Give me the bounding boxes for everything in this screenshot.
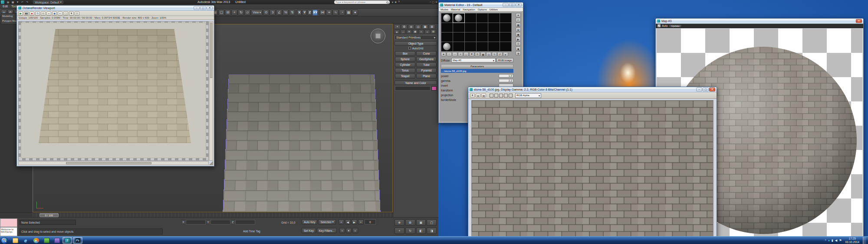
assign-material-icon[interactable]: → — [452, 52, 457, 56]
object-color-swatch[interactable] — [431, 86, 437, 91]
redo-icon[interactable]: ↷ — [25, 0, 29, 4]
field-of-view-icon[interactable]: ◧ — [416, 228, 426, 234]
curve-editor-icon[interactable]: ∿ — [332, 10, 339, 16]
axis-y-button[interactable]: Y — [302, 10, 307, 16]
taskbar-green-app-icon[interactable] — [42, 237, 51, 244]
prev-key-icon[interactable]: « — [339, 228, 345, 233]
network-icon[interactable]: ▮ — [832, 237, 833, 244]
action-center-icon[interactable]: ⚑ — [839, 237, 842, 244]
maxscript-mini-listener-pink[interactable] — [0, 218, 17, 227]
taskbar-media-player-icon[interactable]: ▶ — [31, 237, 41, 244]
make-unique-icon[interactable]: ◇ — [464, 52, 469, 56]
material-sample-slot[interactable] — [453, 42, 465, 52]
taskbar-3dsmax-icon[interactable]: 3 — [62, 237, 72, 244]
display-tab-icon[interactable]: ▣ — [422, 24, 428, 29]
material-map-navigator-icon[interactable]: ≣ — [516, 51, 521, 55]
3dsmax-titlebar[interactable]: ▤▦▼↶↷ Workspace: Default▾ Autodesk 3ds M… — [0, 0, 438, 4]
material-sample-slot[interactable] — [464, 13, 477, 23]
octane-render-area[interactable] — [18, 21, 209, 161]
octane-titlebar[interactable]: OctaneRender Viewport – ▢ ✕ — [17, 6, 214, 11]
undo-icon[interactable]: ↶ — [20, 0, 24, 4]
material-pick-icon[interactable]: ◐ — [58, 11, 62, 16]
maximize-viewport-icon[interactable]: ◨ — [427, 228, 437, 234]
helpers-icon[interactable]: + — [418, 29, 424, 34]
create-tab-icon[interactable]: + — [394, 24, 401, 29]
bitmap-image[interactable] — [471, 100, 713, 240]
update-button[interactable]: Update — [669, 24, 681, 28]
next-key-icon[interactable]: » — [352, 228, 358, 233]
material-sample-slot[interactable] — [476, 42, 488, 52]
add-time-tag[interactable]: Add Time Tag — [243, 230, 260, 233]
taskbar-purple-app-icon[interactable] — [52, 237, 62, 244]
auto-key-button[interactable]: Auto Key — [302, 219, 317, 224]
options-icon[interactable]: ≡ — [516, 42, 521, 46]
shapes-icon[interactable]: ∩ — [400, 29, 406, 34]
material-sample-slot[interactable] — [500, 23, 512, 33]
map-window-titlebar[interactable]: Map #3 ✕ — [656, 19, 863, 24]
save-image-icon[interactable]: ▼ — [69, 11, 74, 16]
material-sample-slot[interactable] — [500, 13, 512, 23]
coordinate-input[interactable] — [210, 220, 230, 224]
scrollbar-thumb[interactable] — [66, 162, 151, 164]
systems-icon[interactable]: ⊞ — [431, 29, 436, 34]
primitive-button[interactable]: Torus — [395, 68, 415, 73]
show-map-in-viewport-icon[interactable]: ▦ — [480, 52, 486, 56]
sign-in-icon[interactable]: ▾ — [392, 0, 393, 3]
rectangular-selection-icon[interactable]: ▢ — [218, 10, 224, 16]
primitive-button[interactable]: Tube — [416, 62, 437, 67]
make-preview-icon[interactable]: ▶ — [516, 37, 521, 41]
parameters-rollout[interactable]: Parameters — [441, 64, 513, 68]
material-sample-slot[interactable] — [488, 32, 500, 42]
axis-z-button[interactable]: Z — [307, 10, 312, 16]
current-frame-field[interactable]: 0 — [365, 219, 376, 224]
favorites-icon[interactable]: ★ — [395, 0, 397, 3]
material-sample-slot[interactable] — [476, 23, 488, 33]
geometry-icon[interactable]: ● — [394, 29, 400, 34]
render-restart-icon[interactable]: ↻ — [35, 11, 40, 16]
name-color-rollout[interactable]: Name and Color — [395, 81, 437, 85]
new-scene-icon[interactable]: ▤ — [6, 0, 10, 4]
maximize-icon[interactable]: ▢ — [200, 6, 206, 10]
map-dropdown[interactable]: Map #3▾ — [451, 58, 496, 62]
put-material-icon[interactable]: ↑ — [447, 52, 452, 56]
video-color-check-icon[interactable]: ▣ — [516, 32, 521, 36]
menu-item[interactable]: Options — [478, 8, 487, 11]
maxscript-mini-listener-white[interactable]: Welcome to MAXScript. — [0, 227, 17, 236]
clone-window-icon[interactable]: ⊞ — [476, 93, 480, 98]
material-sample-slot[interactable] — [441, 32, 453, 42]
primitive-button[interactable]: Cone — [416, 51, 437, 56]
lock-view-icon[interactable]: ⊙ — [41, 11, 46, 16]
pan-icon[interactable]: + — [395, 228, 404, 234]
backlight-icon[interactable]: ◐ — [516, 18, 521, 22]
render-stop-icon[interactable]: ■ — [30, 11, 34, 16]
motion-tab-icon[interactable]: ◎ — [415, 24, 421, 29]
snap-toggle-icon[interactable]: 3 — [270, 10, 276, 16]
map-type-button[interactable]: RGB Image — [496, 58, 513, 62]
render-icon[interactable]: ● — [352, 10, 358, 16]
reset-map-icon[interactable]: × — [458, 52, 463, 56]
tray-app-icon[interactable]: ● — [828, 237, 830, 244]
select-and-move-icon[interactable]: + — [231, 10, 237, 16]
scrollbar-thumb[interactable] — [210, 23, 212, 78]
coordinate-input[interactable] — [186, 220, 206, 224]
render-pause-icon[interactable]: ▮▮ — [24, 11, 29, 16]
mirror-icon[interactable]: ⋈ — [319, 10, 326, 16]
window-button[interactable]: – — [503, 3, 509, 7]
filename-field[interactable]: ...\stone-58_d100.jpg — [441, 69, 513, 73]
axis-x-button[interactable]: X — [297, 10, 302, 16]
select-and-scale-icon[interactable]: ▱ — [244, 10, 250, 16]
material-sample-slot[interactable] — [441, 42, 453, 52]
primitive-button[interactable]: Box — [395, 51, 415, 56]
key-filters-button[interactable]: Key Filters... — [317, 228, 337, 233]
background-icon[interactable]: ▦ — [516, 23, 521, 27]
use-pivot-center-icon[interactable]: ⊙ — [263, 10, 269, 16]
space-warps-icon[interactable]: ≈ — [424, 29, 430, 34]
menu-item[interactable]: Utilities — [489, 8, 497, 11]
plane-object[interactable] — [223, 75, 380, 212]
taskbar-folder-icon[interactable] — [10, 237, 20, 244]
window-button[interactable]: ▢ — [509, 3, 515, 7]
close-icon[interactable]: ✕ — [856, 19, 862, 23]
go-to-end-icon[interactable]: » — [358, 219, 364, 224]
open-file-icon[interactable]: ▦ — [11, 0, 15, 4]
workspace-dropdown[interactable]: Workspace: Default▾ — [33, 0, 63, 4]
